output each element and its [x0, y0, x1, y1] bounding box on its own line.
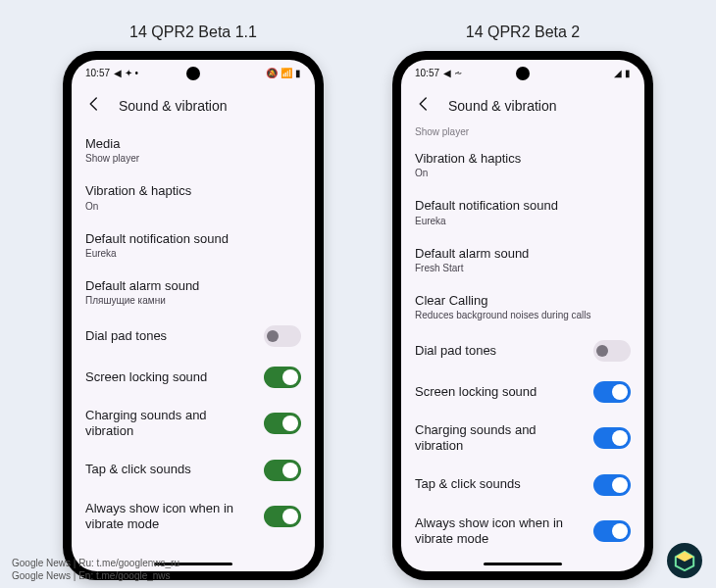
setting-nav-row[interactable]: Default notification soundEureka [415, 188, 631, 235]
row-text: Vibration & hapticsOn [415, 151, 631, 178]
toggle-knob-icon [612, 477, 628, 493]
row-text: Dial pad tones [85, 328, 254, 344]
status-time: 10:57 [415, 69, 439, 78]
row-subtitle: On [415, 168, 631, 178]
row-title: Dial pad tones [415, 343, 584, 359]
row-subtitle: Fresh Start [415, 263, 631, 273]
row-title: Always show icon when in vibrate mode [415, 515, 584, 548]
toggle-knob-icon [282, 416, 298, 431]
row-title: Default notification sound [85, 231, 301, 247]
setting-toggle-row[interactable]: Screen locking sound [85, 357, 301, 398]
back-icon[interactable] [415, 95, 433, 117]
toggle-switch[interactable] [264, 325, 301, 347]
row-subtitle: Eureka [85, 248, 301, 259]
setting-nav-row[interactable]: Vibration & hapticsOn [85, 173, 301, 220]
setting-toggle-row[interactable]: Always show icon when in vibrate mode [415, 506, 631, 558]
row-title: Default alarm sound [85, 278, 301, 294]
setting-toggle-row[interactable]: Charging sounds and vibration [415, 413, 631, 465]
toggle-switch[interactable] [264, 506, 301, 527]
setting-nav-row[interactable]: Default alarm soundFresh Start [415, 236, 631, 283]
setting-nav-row[interactable]: Clear CallingReduces background noises d… [415, 283, 631, 330]
row-title: Media [85, 136, 301, 152]
back-icon[interactable] [85, 95, 103, 117]
setting-nav-row[interactable]: Vibration & hapticsOn [415, 141, 631, 188]
toggle-switch[interactable] [593, 427, 631, 449]
row-text: Clear CallingReduces background noises d… [415, 293, 631, 320]
screen-title: Sound & vibration [448, 98, 557, 114]
toggle-switch[interactable] [593, 340, 631, 362]
row-text: Default notification soundEureka [85, 231, 301, 259]
row-text: Dial pad tones [415, 343, 584, 359]
row-text: Tap & click sounds [85, 462, 254, 477]
screen: 10:57◀ ⩪◢ ▮Sound & vibrationShow playerV… [401, 60, 644, 571]
row-text: Screen locking sound [415, 384, 584, 400]
toggle-knob-icon [282, 509, 298, 524]
row-title: Charging sounds and vibration [415, 422, 584, 455]
toggle-knob-icon [612, 384, 628, 400]
setting-nav-row[interactable]: MediaShow player [85, 126, 301, 173]
toggle-knob-icon [282, 463, 298, 478]
source-logo [667, 543, 702, 578]
toggle-knob-icon [612, 523, 628, 539]
row-subtitle: Show player [85, 153, 301, 164]
toggle-switch[interactable] [593, 520, 631, 542]
row-title: Default notification sound [415, 198, 631, 214]
toggle-switch[interactable] [264, 413, 301, 434]
toggle-switch[interactable] [264, 367, 301, 388]
row-text: Charging sounds and vibration [85, 408, 254, 440]
setting-toggle-row[interactable]: Dial pad tones [415, 330, 631, 371]
camera-cutout [516, 67, 530, 80]
setting-toggle-row[interactable]: Always show icon when in vibrate mode [85, 491, 301, 543]
setting-toggle-row[interactable]: Charging sounds and vibration [85, 398, 301, 450]
row-title: Vibration & haptics [85, 183, 301, 199]
setting-toggle-row[interactable]: Tap & click sounds [415, 465, 631, 506]
setting-nav-row[interactable]: Default alarm soundПляшущие камни [85, 269, 301, 316]
settings-list[interactable]: MediaShow playerVibration & hapticsOnDef… [72, 126, 315, 571]
phone-frame: 10:57◀ ✦ •🔕 📶 ▮Sound & vibrationMediaSho… [63, 51, 324, 580]
svg-marker-1 [676, 552, 693, 562]
camera-cutout [186, 67, 200, 80]
phone-frame: 10:57◀ ⩪◢ ▮Sound & vibrationShow playerV… [392, 51, 653, 580]
settings-list[interactable]: Show playerVibration & hapticsOnDefault … [401, 126, 644, 571]
toggle-switch[interactable] [593, 474, 631, 496]
setting-toggle-row[interactable]: Screen locking sound [415, 371, 631, 413]
row-subtitle: Пляшущие камни [85, 295, 301, 306]
toggle-knob-icon [267, 330, 279, 342]
row-text: Screen locking sound [85, 369, 254, 385]
row-title: Charging sounds and vibration [85, 408, 254, 440]
column-title: 14 QPR2 Beta 1.1 [129, 24, 257, 41]
screen: 10:57◀ ✦ •🔕 📶 ▮Sound & vibrationMediaSho… [72, 60, 315, 571]
row-subtitle: Eureka [415, 216, 631, 226]
row-text: Always show icon when in vibrate mode [415, 515, 584, 548]
toggle-knob-icon [282, 369, 298, 385]
row-title: Clear Calling [415, 293, 631, 309]
credits-line1: Google News | Ru: t.me/googlenws_ru [12, 557, 179, 569]
credits: Google News | Ru: t.me/googlenws_ru Goog… [12, 557, 179, 582]
setting-nav-row[interactable]: Default notification soundEureka [85, 221, 301, 269]
setting-toggle-row[interactable]: Tap & click sounds [85, 450, 301, 491]
row-title: Always show icon when in vibrate mode [85, 501, 254, 533]
row-title: Dial pad tones [85, 328, 254, 344]
toggle-knob-icon [612, 430, 628, 446]
row-text: Vibration & hapticsOn [85, 183, 301, 211]
toggle-switch[interactable] [593, 381, 631, 403]
row-title: Tap & click sounds [415, 476, 584, 492]
row-subtitle: On [85, 201, 301, 212]
row-title: Screen locking sound [85, 369, 254, 385]
gesture-nav-handle[interactable] [484, 563, 562, 565]
row-text: MediaShow player [85, 136, 301, 164]
status-right-icons: ◢ ▮ [614, 69, 631, 78]
toggle-switch[interactable] [264, 460, 301, 481]
screen-title: Sound & vibration [119, 98, 228, 114]
status-left-icons: ◀ ⩪ [443, 69, 462, 78]
row-text: Default alarm soundПляшущие камни [85, 278, 301, 306]
status-time: 10:57 [85, 69, 110, 78]
row-text: Tap & click sounds [415, 476, 584, 492]
row-text: Charging sounds and vibration [415, 422, 584, 455]
row-title: Tap & click sounds [85, 462, 254, 477]
row-text: Default alarm soundFresh Start [415, 246, 631, 273]
row-title: Vibration & haptics [415, 151, 631, 167]
setting-toggle-row[interactable]: Dial pad tones [85, 316, 301, 357]
row-title: Default alarm sound [415, 246, 631, 262]
row-text: Always show icon when in vibrate mode [85, 501, 254, 533]
